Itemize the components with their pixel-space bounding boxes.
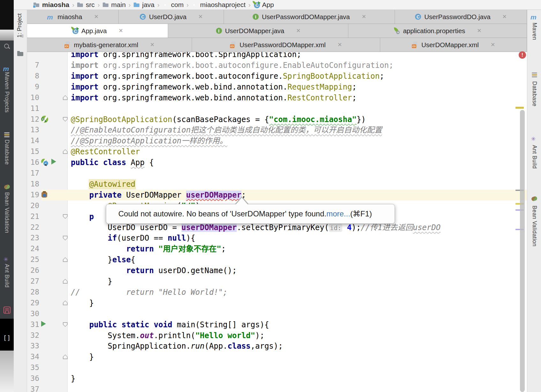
error-indicator-icon[interactable]: ! <box>519 51 526 59</box>
spring-bean-class-icon[interactable]: c <box>41 159 49 166</box>
code-line-34[interactable]: 34} <box>27 352 527 362</box>
code-line-26[interactable]: 26return userDO.getName(); <box>27 265 527 276</box>
breadcrumb-item-com[interactable]: com <box>162 1 184 9</box>
tab-UserPasswordDO.java[interactable]: CUserPasswordDO.java✕ <box>395 10 527 24</box>
code-line-29[interactable]: 29} <box>27 298 527 309</box>
tab-application.properties[interactable]: application.properties✕ <box>348 24 527 38</box>
close-icon[interactable]: ✕ <box>491 41 495 48</box>
breadcrumb-item-java[interactable]: java <box>134 1 155 9</box>
close-icon[interactable]: ✕ <box>94 13 99 20</box>
toolwindow-button-bean-validation[interactable] <box>0 185 14 189</box>
code-line-32[interactable]: 32System.out.println("Hello world"); <box>27 330 527 341</box>
fold-marker[interactable] <box>63 322 68 327</box>
code-line-10[interactable]: 10import org.springframework.web.bind.an… <box>27 92 527 103</box>
spring-class-icon: C <box>72 27 78 34</box>
tab-UserDO.java[interactable]: CUserDO.java✕ <box>119 10 224 24</box>
toolwindow-button-ant-build[interactable]: ✳ <box>527 136 541 142</box>
toolwindow-button-database[interactable] <box>0 132 14 137</box>
close-icon[interactable]: ✕ <box>337 41 342 48</box>
tab-UserPasswordDOMapper.java[interactable]: IUserPasswordDOMapper.java✕ <box>224 10 395 24</box>
code-line-33[interactable]: 33SpringApplication.run(App.class,args); <box>27 341 527 352</box>
tab-UserDOMapper.java[interactable]: IUserDOMapper.java✕ <box>168 24 348 38</box>
toolwindow-label: Ant Build <box>0 264 14 288</box>
tab-miaosha[interactable]: mmiaosha✕ <box>27 10 119 24</box>
line-number: 34 <box>28 352 39 361</box>
spring-scan-icon[interactable] <box>41 116 48 123</box>
search-icon[interactable] <box>0 43 14 50</box>
close-icon[interactable]: ✕ <box>477 27 481 34</box>
toolwindow-button-ant-build[interactable]: ✳ <box>0 257 14 262</box>
code-text: public static void main(String[] args){ <box>89 320 269 330</box>
toolwindow-button-bean-validation[interactable] <box>527 197 541 201</box>
breadcrumb-item-main[interactable]: main <box>103 1 126 9</box>
breadcrumb-item-miaoshaproject[interactable]: miaoshaproject <box>191 1 245 9</box>
code-line-35[interactable]: 35 <box>27 362 527 373</box>
fold-marker[interactable] <box>63 257 68 262</box>
tab-label: UserDOMapper.java <box>225 27 285 35</box>
code-line-12[interactable]: 12@SpringBootApplication(scanBasePackage… <box>27 114 527 125</box>
code-text: @Autowired <box>89 179 136 189</box>
code-line-11[interactable]: 11 <box>27 103 527 114</box>
fold-marker[interactable] <box>63 117 68 122</box>
code-text: } <box>108 277 112 286</box>
breadcrumb-item-miaosha[interactable]: miaosha <box>33 1 69 9</box>
code-line-9[interactable]: 9import org.springframework.web.bind.ann… <box>27 82 527 92</box>
code-line-30[interactable]: 30 <box>27 309 527 319</box>
breadcrumb-item-App[interactable]: CApp <box>253 1 274 9</box>
code-line-13[interactable]: 13//@EnableAutoConfiguration把这个启动类当成自动化配… <box>27 125 527 135</box>
code-line-6[interactable]: import org.springframework.boot.SpringAp… <box>27 52 527 60</box>
code-text: return "用户对象不存在"; <box>126 244 226 254</box>
toolwindow-button-database[interactable] <box>527 72 541 77</box>
tab-App.java[interactable]: CApp.java✕ <box>27 24 168 38</box>
code-line-18[interactable]: 18@Autowired <box>27 179 527 190</box>
breadcrumb-item-src[interactable]: src <box>77 1 95 9</box>
autowired-bean-icon[interactable] <box>41 191 48 198</box>
code-line-19[interactable]: 19private UserDOMapper userDOMapper; <box>27 190 527 200</box>
code-line-37[interactable]: 37 <box>27 384 527 392</box>
code-text: System.out.println("Hello world"); <box>108 331 264 340</box>
background-gradient <box>0 351 14 392</box>
close-icon[interactable]: ✕ <box>362 13 366 20</box>
toolwindow-button-maven-projects[interactable]: m <box>0 65 14 72</box>
fold-marker[interactable] <box>63 214 68 219</box>
sidebar-item-project[interactable]: 1: Project <box>16 13 23 38</box>
code-line-24[interactable]: 24return "用户对象不存在"; <box>27 243 527 254</box>
code-line-8[interactable]: 8import org.springframework.boot.autocon… <box>27 71 527 82</box>
toolwindow-button-maven[interactable]: m <box>527 14 541 20</box>
fold-marker[interactable] <box>63 95 68 100</box>
code-line-36[interactable]: 36} <box>27 373 527 384</box>
fold-marker[interactable] <box>63 149 68 154</box>
close-icon[interactable]: ✕ <box>150 41 154 48</box>
fold-marker[interactable] <box>63 354 68 359</box>
fold-marker[interactable] <box>63 301 68 305</box>
code-line-16[interactable]: 16cpublic class App { <box>27 157 527 168</box>
close-icon[interactable]: ✕ <box>296 27 300 34</box>
close-icon[interactable]: ✕ <box>198 13 203 20</box>
close-icon[interactable]: ✕ <box>119 27 123 34</box>
code-line-23[interactable]: 23if(userDO == null){ <box>27 233 527 243</box>
tab-UserPasswordDOMapper.xml[interactable]: <>UserPasswordDOMapper.xml✕ <box>192 38 380 52</box>
close-icon[interactable]: ✕ <box>502 13 507 20</box>
line-number: 25 <box>28 255 39 264</box>
tooltip-more-link[interactable]: more... <box>326 209 350 218</box>
code-line-7[interactable]: 7import org.springframework.boot.autocon… <box>27 60 527 71</box>
code-line-28[interactable]: 28// return "Hello World!"; <box>27 287 527 298</box>
tab-mybatis-generator.xml[interactable]: <>mybatis-generator.xml✕ <box>27 38 192 52</box>
code-line-25[interactable]: 25}else{ <box>27 254 527 265</box>
error-stripe-mark[interactable] <box>515 107 524 109</box>
tab-label: App.java <box>81 27 107 35</box>
editor-scrollbar-thumb[interactable] <box>520 110 525 392</box>
fold-marker[interactable] <box>63 279 68 284</box>
line-number: 8 <box>28 72 39 80</box>
run-button-icon[interactable] <box>41 321 46 327</box>
project-folder-icon[interactable] <box>17 51 23 56</box>
code-line-31[interactable]: 31public static void main(String[] args)… <box>27 319 527 330</box>
fold-marker[interactable] <box>63 236 68 240</box>
run-button-icon[interactable] <box>51 159 56 164</box>
code-line-15[interactable]: 15@RestController <box>27 146 527 157</box>
code-line-17[interactable]: 17 <box>27 168 527 179</box>
code-line-27[interactable]: 27} <box>27 276 527 287</box>
tab-UserDOMapper.xml[interactable]: <>UserDOMapper.xml✕ <box>380 38 527 52</box>
code-line-14[interactable]: 14//@SpringBootApplication一样的作用。 <box>27 135 527 146</box>
code-text: //@EnableAutoConfiguration把这个启动类当成自动化配置的… <box>71 125 382 135</box>
